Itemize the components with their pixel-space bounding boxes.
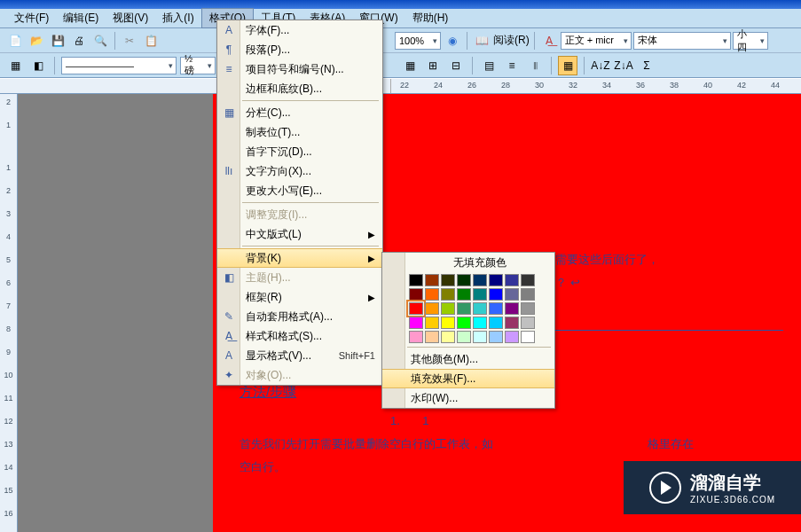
- read-label[interactable]: 阅读(R): [493, 33, 530, 48]
- print-icon[interactable]: 🖨: [69, 31, 89, 51]
- format-menu-item[interactable]: 项目符号和编号(N)...≡: [217, 59, 382, 79]
- distribute-cols-icon[interactable]: ⫴: [525, 56, 545, 75]
- color-swatch[interactable]: [489, 317, 503, 329]
- color-swatch[interactable]: [409, 317, 423, 329]
- autosum-icon[interactable]: Σ: [637, 56, 656, 75]
- format-menu-item[interactable]: 边框和底纹(B)...: [217, 79, 382, 98]
- color-swatch[interactable]: [489, 302, 503, 315]
- color-swatch[interactable]: [521, 331, 535, 343]
- color-swatch[interactable]: [425, 317, 439, 329]
- table-draw-icon[interactable]: ▦: [5, 56, 25, 75]
- style-combo[interactable]: 正文 + micr: [561, 32, 632, 50]
- format-menu-item[interactable]: 主题(H)...◧: [217, 268, 382, 287]
- color-swatch[interactable]: [441, 331, 455, 343]
- format-menu-item[interactable]: 分栏(C)...▦: [217, 103, 382, 122]
- color-swatch[interactable]: [473, 274, 487, 286]
- color-swatch[interactable]: [409, 331, 423, 343]
- autoformat-icon[interactable]: ▦: [558, 56, 577, 75]
- format-menu-item[interactable]: 显示格式(V)...AShift+F1: [217, 346, 382, 365]
- color-swatch[interactable]: [505, 317, 519, 329]
- menu-edit[interactable]: 编辑(E): [56, 9, 106, 27]
- color-swatch[interactable]: [457, 331, 471, 343]
- format-menu-item[interactable]: 字体(F)...A: [217, 20, 382, 40]
- format-menu-item[interactable]: 调整宽度(I)...: [217, 205, 382, 224]
- format-menu-item[interactable]: 对象(O)...✦: [217, 365, 382, 385]
- color-swatch[interactable]: [521, 274, 535, 286]
- color-swatch[interactable]: [521, 288, 535, 301]
- menu-help[interactable]: 帮助(H): [405, 9, 456, 27]
- color-swatch[interactable]: [457, 317, 471, 329]
- zoom-combo[interactable]: 100%: [395, 32, 441, 50]
- color-swatch[interactable]: [489, 331, 503, 343]
- color-swatch[interactable]: [425, 288, 439, 301]
- format-menu-item[interactable]: 框架(R)▶: [217, 287, 382, 307]
- format-menu-item[interactable]: 背景(K)▶: [217, 248, 382, 268]
- color-swatch[interactable]: [489, 288, 503, 301]
- color-swatch[interactable]: [409, 302, 423, 315]
- play-icon: [649, 472, 681, 504]
- save-icon[interactable]: 💾: [48, 31, 67, 51]
- cut-icon[interactable]: ✂: [120, 31, 139, 51]
- color-swatch[interactable]: [473, 331, 487, 343]
- help-icon[interactable]: ◉: [443, 31, 462, 51]
- split-cells-icon[interactable]: ⊟: [446, 56, 466, 75]
- color-swatch[interactable]: [473, 317, 487, 329]
- line-weight-combo[interactable]: ½ 磅: [180, 57, 216, 74]
- vertical-ruler[interactable]: 2 1 1 2 3 4 5 6 7 8 9 10 11 12 13 14 15 …: [0, 94, 18, 532]
- color-swatch[interactable]: [409, 274, 423, 286]
- style-icon[interactable]: A͟: [539, 31, 559, 51]
- format-menu-item[interactable]: 文字方向(X)...llı: [217, 161, 382, 181]
- color-swatch[interactable]: [505, 288, 519, 301]
- distribute-rows-icon[interactable]: ≡: [502, 56, 522, 75]
- format-menu-item[interactable]: 制表位(T)...: [217, 122, 382, 142]
- format-menu-item[interactable]: 中文版式(L)▶: [217, 224, 382, 244]
- format-menu-item[interactable]: 自动套用格式(A)...✎: [217, 307, 382, 326]
- menu-view[interactable]: 视图(V): [106, 9, 155, 27]
- color-swatch[interactable]: [425, 274, 439, 286]
- color-swatch[interactable]: [473, 288, 487, 301]
- color-swatch[interactable]: [457, 302, 471, 315]
- open-icon[interactable]: 📂: [27, 31, 46, 51]
- color-swatch[interactable]: [425, 302, 439, 315]
- print-preview-icon[interactable]: 🔍: [90, 31, 110, 51]
- new-doc-icon[interactable]: 📄: [5, 31, 25, 51]
- sort-asc-icon[interactable]: A↓Z: [591, 56, 610, 75]
- color-swatch[interactable]: [505, 331, 519, 343]
- color-swatch[interactable]: [441, 274, 455, 286]
- color-swatch[interactable]: [505, 274, 519, 286]
- color-swatch[interactable]: [441, 317, 455, 329]
- copy-icon[interactable]: 📋: [141, 31, 161, 51]
- no-fill-color[interactable]: 无填充颜色: [382, 253, 554, 270]
- menu-file[interactable]: 文件(F): [7, 9, 56, 27]
- insert-table-icon[interactable]: ▦: [400, 56, 420, 75]
- color-swatch[interactable]: [489, 274, 503, 286]
- merge-cells-icon[interactable]: ⊞: [423, 56, 443, 75]
- line-style-combo[interactable]: ———————: [61, 57, 177, 74]
- horizontal-ruler[interactable]: 22 24 26 28 30 32 34 36 38 40 42 44: [0, 78, 801, 94]
- fontsize-combo[interactable]: 小四: [733, 32, 768, 50]
- format-menu-item[interactable]: 段落(P)...¶: [217, 40, 382, 59]
- color-swatch[interactable]: [425, 331, 439, 343]
- bg-submenu-item[interactable]: 水印(W)...: [382, 388, 554, 408]
- standard-toolbar: 📄 📂 💾 🖨 🔍 ✂ 📋 100% ◉ 📖 阅读(R) A͟ 正文 + mic…: [0, 28, 801, 53]
- color-swatch[interactable]: [409, 288, 423, 301]
- format-menu-item[interactable]: 首字下沉(D)...: [217, 142, 382, 161]
- color-swatch[interactable]: [473, 302, 487, 315]
- format-menu-item[interactable]: 样式和格式(S)...A͟: [217, 326, 382, 346]
- color-swatch[interactable]: [457, 274, 471, 286]
- color-swatch[interactable]: [505, 302, 519, 315]
- font-combo[interactable]: 宋体: [633, 32, 731, 50]
- bg-submenu-item[interactable]: 其他颜色(M)...: [382, 349, 554, 369]
- color-swatch[interactable]: [441, 302, 455, 315]
- color-swatch[interactable]: [457, 288, 471, 301]
- color-swatch[interactable]: [521, 317, 535, 329]
- sort-desc-icon[interactable]: Z↓A: [614, 56, 633, 75]
- menu-insert[interactable]: 插入(I): [155, 9, 200, 27]
- format-menu-item[interactable]: 更改大小写(E)...: [217, 181, 382, 200]
- eraser-icon[interactable]: ◧: [28, 56, 48, 75]
- color-swatch[interactable]: [441, 288, 455, 301]
- bg-submenu-item[interactable]: 填充效果(F)...: [382, 369, 554, 388]
- read-mode-icon[interactable]: 📖: [472, 31, 491, 51]
- color-swatch[interactable]: [521, 302, 535, 315]
- align-tl-icon[interactable]: ▤: [479, 56, 499, 75]
